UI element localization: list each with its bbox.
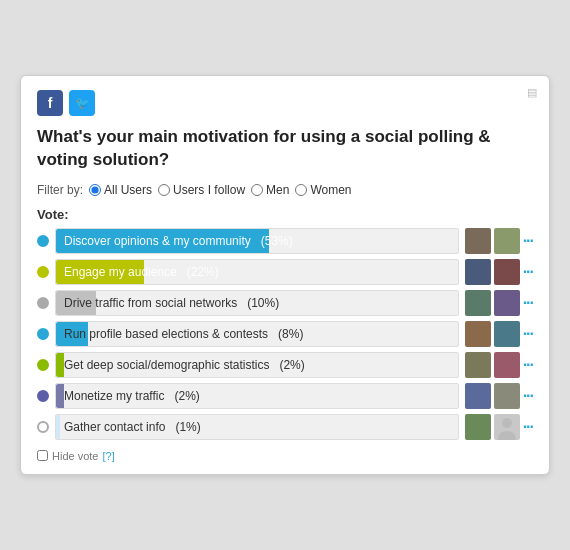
filter-following[interactable]: Users I follow [158, 183, 245, 197]
vote-text-4: Run profile based elections & contests (… [64, 327, 303, 341]
poll-widget: ▤ f 🐦 What's your main motivation for us… [20, 75, 550, 474]
hide-vote-checkbox[interactable] [37, 450, 48, 461]
filter-all-radio[interactable] [89, 184, 101, 196]
social-icons-bar: f 🐦 [37, 90, 533, 116]
twitter-icon[interactable]: 🐦 [69, 90, 95, 116]
vote-bar-7[interactable]: Gather contact info (1%) [55, 414, 459, 440]
avatars-4: ··· [465, 321, 533, 347]
vote-radio-6[interactable] [37, 390, 49, 402]
avatars-5: ··· [465, 352, 533, 378]
vote-row: Drive traffic from social networks (10%)… [37, 290, 533, 316]
avatars-1: ··· [465, 228, 533, 254]
filter-follow-radio[interactable] [158, 184, 170, 196]
hide-vote-help[interactable]: [?] [102, 450, 114, 462]
share-icon[interactable]: ▤ [527, 86, 537, 99]
vote-bar-4[interactable]: Run profile based elections & contests (… [55, 321, 459, 347]
vote-radio-1[interactable] [37, 235, 49, 247]
poll-question: What's your main motivation for using a … [37, 126, 533, 170]
filter-women-radio[interactable] [295, 184, 307, 196]
more-dots-4[interactable]: ··· [523, 325, 533, 343]
filter-all-label: All Users [104, 183, 152, 197]
avatars-6: ··· [465, 383, 533, 409]
vote-bar-3[interactable]: Drive traffic from social networks (10%) [55, 290, 459, 316]
vote-text-2: Engage my audience (22%) [64, 265, 219, 279]
vote-row: Get deep social/demographic statistics (… [37, 352, 533, 378]
avatar [465, 259, 491, 285]
vote-radio-4[interactable] [37, 328, 49, 340]
vote-text-7: Gather contact info (1%) [64, 420, 201, 434]
vote-label: Vote: [37, 207, 533, 222]
vote-text-3: Drive traffic from social networks (10%) [64, 296, 279, 310]
more-dots-2[interactable]: ··· [523, 263, 533, 281]
avatars-7: ··· [465, 414, 533, 440]
avatar [465, 228, 491, 254]
avatar [465, 383, 491, 409]
vote-text-6: Monetize my traffic (2%) [64, 389, 200, 403]
avatar [494, 321, 520, 347]
avatar [465, 290, 491, 316]
avatar [465, 321, 491, 347]
vote-radio-5[interactable] [37, 359, 49, 371]
svg-point-1 [498, 431, 516, 440]
avatars-2: ··· [465, 259, 533, 285]
filter-women[interactable]: Women [295, 183, 351, 197]
bar-fill-6 [56, 384, 64, 408]
vote-row: Discover opinions & my community (53%) ·… [37, 228, 533, 254]
avatar [494, 259, 520, 285]
hide-vote-bar: Hide vote [?] [37, 450, 533, 462]
filter-men[interactable]: Men [251, 183, 289, 197]
avatar [465, 352, 491, 378]
more-dots-7[interactable]: ··· [523, 418, 533, 436]
more-dots-1[interactable]: ··· [523, 232, 533, 250]
avatar [494, 290, 520, 316]
avatar [494, 414, 520, 440]
filter-men-radio[interactable] [251, 184, 263, 196]
vote-bar-2[interactable]: Engage my audience (22%) [55, 259, 459, 285]
filter-women-label: Women [310, 183, 351, 197]
avatar [494, 228, 520, 254]
facebook-icon[interactable]: f [37, 90, 63, 116]
vote-list: Discover opinions & my community (53%) ·… [37, 228, 533, 440]
filter-men-label: Men [266, 183, 289, 197]
filter-bar: Filter by: All Users Users I follow Men … [37, 183, 533, 197]
vote-radio-2[interactable] [37, 266, 49, 278]
more-dots-3[interactable]: ··· [523, 294, 533, 312]
vote-row: Monetize my traffic (2%) ··· [37, 383, 533, 409]
vote-text-5: Get deep social/demographic statistics (… [64, 358, 305, 372]
avatar [465, 414, 491, 440]
avatars-3: ··· [465, 290, 533, 316]
filter-all-users[interactable]: All Users [89, 183, 152, 197]
vote-bar-5[interactable]: Get deep social/demographic statistics (… [55, 352, 459, 378]
vote-row: Gather contact info (1%) ··· [37, 414, 533, 440]
vote-row: Engage my audience (22%) ··· [37, 259, 533, 285]
vote-row: Run profile based elections & contests (… [37, 321, 533, 347]
hide-vote-label: Hide vote [52, 450, 98, 462]
vote-bar-6[interactable]: Monetize my traffic (2%) [55, 383, 459, 409]
filter-label: Filter by: [37, 183, 83, 197]
more-dots-5[interactable]: ··· [523, 356, 533, 374]
filter-follow-label: Users I follow [173, 183, 245, 197]
bar-fill-5 [56, 353, 64, 377]
vote-radio-7[interactable] [37, 421, 49, 433]
bar-fill-7 [56, 415, 60, 439]
more-dots-6[interactable]: ··· [523, 387, 533, 405]
vote-text-1: Discover opinions & my community (53%) [64, 234, 293, 248]
vote-radio-3[interactable] [37, 297, 49, 309]
vote-bar-1[interactable]: Discover opinions & my community (53%) [55, 228, 459, 254]
avatar [494, 383, 520, 409]
svg-point-0 [502, 418, 512, 428]
avatar [494, 352, 520, 378]
